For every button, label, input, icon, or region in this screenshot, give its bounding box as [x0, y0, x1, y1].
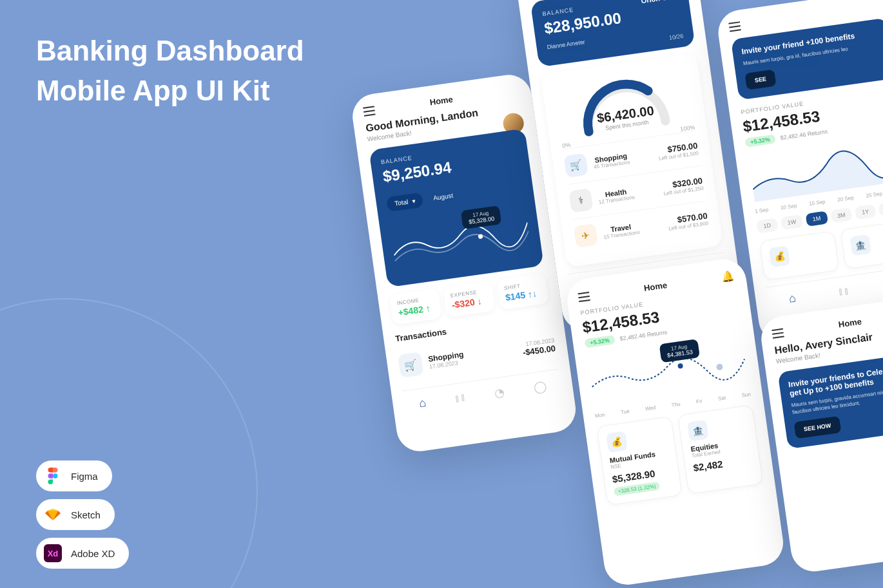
invite-card: Invite your friends to Celestial and get…	[777, 350, 883, 449]
tools-list: Figma Sketch Xd Adobe XD	[36, 460, 129, 569]
menu-icon[interactable]	[363, 106, 376, 116]
nav-profile-icon[interactable]: ◯	[532, 379, 547, 395]
stat-income: INCOME+$482 ↑	[389, 289, 442, 325]
money-bag-icon: 💰	[769, 245, 791, 267]
fund-card[interactable]: 💰	[759, 231, 839, 281]
svg-point-2	[677, 363, 683, 369]
tool-sketch: Sketch	[36, 499, 115, 530]
tool-label: Sketch	[71, 509, 101, 520]
cart-icon: 🛒	[398, 352, 424, 378]
nav-home-icon[interactable]: ⌂	[788, 292, 797, 307]
range-1y[interactable]: 1Y	[855, 204, 876, 220]
tool-label: Adobe XD	[71, 548, 115, 559]
stat-shift: SHIFT$145 ↑↓	[496, 273, 549, 310]
figma-icon	[44, 467, 62, 485]
bank-icon: 🏦	[849, 234, 871, 256]
stethoscope-icon: ⚕	[568, 188, 593, 213]
header-title: Home	[838, 317, 862, 330]
sketch-icon	[44, 506, 62, 524]
svg-point-0	[53, 473, 57, 478]
bank-icon: 🏦	[687, 420, 709, 442]
tool-xd: Xd Adobe XD	[36, 538, 129, 569]
menu-icon[interactable]	[771, 328, 784, 338]
tool-figma: Figma	[36, 460, 112, 491]
menu-icon[interactable]	[728, 21, 741, 32]
nav-chart-icon[interactable]: ⫾⫾	[454, 390, 467, 406]
phone-portfolio2: Home 🔔 PORTFOLIO VALUE $12,458.53 +5.32%…	[565, 256, 786, 587]
plane-icon: ✈	[574, 223, 598, 248]
header-title: Home	[429, 94, 454, 107]
range-3m[interactable]: 3M	[830, 207, 853, 223]
nav-home-icon[interactable]: ⌂	[418, 396, 427, 411]
tool-label: Figma	[71, 471, 98, 482]
portfolio-returns: $2,482.46 Returns	[780, 128, 828, 141]
see-button[interactable]: SEE	[744, 70, 776, 90]
stat-expense: EXPENSE-$320 ↓	[443, 281, 496, 318]
fund-card[interactable]: 🏦	[840, 220, 883, 270]
portfolio-chart	[748, 136, 883, 202]
see-how-button[interactable]: SEE HOW	[794, 416, 841, 439]
money-bag-icon: 💰	[606, 431, 628, 453]
nav-chart-icon[interactable]: ⫾⫾	[837, 284, 851, 299]
card-expiry: 10/26	[668, 33, 684, 41]
invite-card: Invite your friend +100 benefits Mauris …	[731, 18, 883, 100]
range-all[interactable]: All	[878, 201, 883, 216]
portfolio-pct: +5.32%	[744, 135, 775, 147]
nav-pie-icon[interactable]: ◔	[494, 385, 506, 401]
chevron-down-icon: ▾	[411, 197, 415, 205]
balance-chart: 17 Aug $5,328.00	[390, 205, 532, 276]
fund-mutual[interactable]: 💰 Mutual Funds NSE $5,328.90 +328.53 (1.…	[596, 416, 682, 506]
xd-icon: Xd	[44, 544, 62, 562]
range-1m[interactable]: 1M	[806, 211, 828, 227]
month-label: August	[432, 192, 453, 202]
total-dropdown[interactable]: Total ▾	[386, 193, 424, 213]
range-1d[interactable]: 1D	[756, 218, 778, 234]
promo-title: Banking Dashboard Mobile App UI Kit	[36, 31, 304, 110]
header-title: Home	[643, 280, 668, 293]
portfolio-returns: $2,482.46 Returns	[619, 329, 668, 342]
range-1w[interactable]: 1W	[781, 214, 804, 230]
menu-icon[interactable]	[577, 291, 590, 301]
bell-icon[interactable]: 🔔	[721, 269, 735, 283]
balance-card: BALANCE $9,250.94 Total ▾ August 17 Aug …	[369, 128, 544, 287]
portfolio-pct: +5.32%	[584, 335, 615, 348]
gauge-card: $6,420.00 Spent this month 0%100% 🛒 Shop…	[541, 53, 724, 267]
svg-point-3	[716, 363, 723, 370]
cart-icon: 🛒	[563, 153, 588, 178]
fund-equities[interactable]: 🏦 Equities Total Earned $2,482	[677, 404, 763, 494]
